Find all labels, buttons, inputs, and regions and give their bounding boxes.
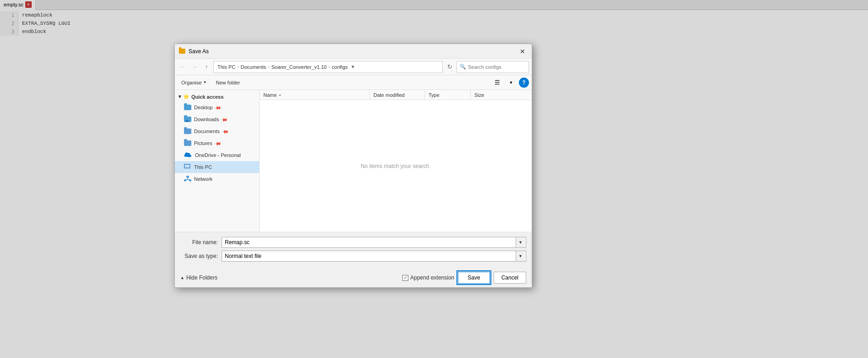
breadcrumb-item-0[interactable]: This PC — [217, 64, 236, 70]
downloads-pin-icon: 📌 — [221, 116, 228, 123]
file-name-combo: ▼ — [222, 237, 526, 248]
quick-access-arrow: ▾ — [178, 94, 181, 100]
search-icon: 🔍 — [460, 64, 466, 70]
checkbox-check-icon: ✓ — [404, 275, 407, 280]
dialog-title-icon — [178, 48, 186, 55]
dialog-footer: ▲ Hide Folders ✓ Append extension Save C… — [175, 269, 532, 287]
file-list-content: No items match your search. — [260, 100, 532, 232]
dialog-title: Save As — [189, 48, 517, 55]
organise-chevron-icon: ▼ — [203, 80, 207, 84]
append-extension-label: Append extension — [410, 274, 454, 281]
breadcrumb-sep-0: › — [237, 64, 239, 69]
breadcrumb-item-2[interactable]: Soarer_Converter_v1.10 — [270, 64, 327, 70]
append-extension-checkbox[interactable]: ✓ — [402, 275, 408, 281]
save-as-type-dropdown-arrow[interactable]: ▼ — [516, 251, 525, 261]
sidebar-item-onedrive[interactable]: OneDrive - Personal — [175, 149, 259, 161]
onedrive-label: OneDrive - Personal — [195, 152, 241, 158]
sidebar-item-downloads[interactable]: Downloads 📌 — [175, 113, 259, 125]
hide-folders-label: Hide Folders — [186, 274, 217, 281]
refresh-button[interactable]: ↻ — [445, 62, 455, 72]
column-header-date[interactable]: Date modified — [370, 90, 425, 100]
sidebar-item-this-pc[interactable]: This PC — [175, 161, 259, 173]
sidebar: ▾ ⭐ Quick access Desktop 📌 Downloads 📌 — [175, 90, 260, 232]
breadcrumb-dropdown[interactable]: ▼ — [351, 64, 355, 69]
breadcrumb-sep-2: › — [328, 64, 330, 69]
sort-arrow-icon: ▲ — [278, 93, 282, 97]
append-extension-area: ✓ Append extension — [402, 274, 454, 281]
footer-right: ✓ Append extension Save Cancel — [402, 272, 526, 284]
search-input[interactable] — [468, 64, 531, 70]
column-header-name[interactable]: Name ▲ — [260, 90, 370, 100]
dialog-form-area: File name: ▼ Save as type: ▼ — [175, 232, 532, 269]
new-folder-label: New folder — [216, 80, 240, 85]
this-pc-icon — [184, 164, 191, 170]
column-header-type[interactable]: Type — [425, 90, 471, 100]
pictures-folder-icon — [184, 140, 191, 146]
this-pc-label: This PC — [194, 164, 212, 170]
file-name-dropdown-arrow[interactable]: ▼ — [516, 237, 525, 247]
column-size-label: Size — [474, 92, 484, 98]
onedrive-cloud-icon — [184, 152, 192, 158]
desktop-folder-icon — [184, 105, 191, 110]
sidebar-item-desktop[interactable]: Desktop 📌 — [175, 101, 259, 113]
file-name-input[interactable] — [225, 239, 516, 246]
dialog-body: ▾ ⭐ Quick access Desktop 📌 Downloads 📌 — [175, 90, 532, 232]
no-items-message: No items match your search. — [361, 163, 431, 169]
file-list-header: Name ▲ Date modified Type Size — [260, 90, 532, 100]
save-as-type-row: Save as type: ▼ — [180, 251, 526, 262]
search-box: 🔍 — [456, 61, 529, 73]
sidebar-item-pictures[interactable]: Pictures 📌 — [175, 137, 259, 149]
documents-label: Documents — [194, 129, 220, 134]
dialog-address-bar: ← → ↑ This PC › Documents › Soarer_Conve… — [175, 59, 532, 75]
save-button[interactable]: Save — [458, 272, 490, 284]
documents-folder-icon — [184, 129, 191, 134]
desktop-label: Desktop — [194, 105, 212, 110]
sidebar-section-quick-access[interactable]: ▾ ⭐ Quick access — [175, 92, 259, 101]
save-as-type-input[interactable] — [225, 253, 516, 259]
breadcrumb-sep-1: › — [268, 64, 269, 69]
breadcrumb-bar: This PC › Documents › Soarer_Converter_v… — [213, 61, 443, 73]
save-as-type-label: Save as type: — [180, 253, 222, 259]
up-button[interactable]: ↑ — [201, 62, 211, 72]
hide-folders-button[interactable]: ▲ Hide Folders — [180, 274, 217, 281]
column-type-label: Type — [428, 92, 440, 98]
view-dropdown-button[interactable]: ▼ — [505, 77, 517, 88]
column-header-size[interactable]: Size — [471, 90, 532, 100]
file-list-area: Name ▲ Date modified Type Size No items … — [260, 90, 532, 232]
pictures-pin-icon: 📌 — [214, 140, 222, 147]
save-as-dialog: Save As ✕ ← → ↑ This PC › Documents › So… — [174, 44, 532, 288]
forward-button[interactable]: → — [189, 62, 200, 72]
organise-label: Organise — [181, 80, 202, 85]
organise-button[interactable]: Organise ▼ — [178, 77, 211, 88]
new-folder-button[interactable]: New folder — [212, 77, 244, 88]
quick-access-label: Quick access — [191, 94, 223, 100]
documents-pin-icon: 📌 — [222, 128, 229, 135]
folder-title-icon — [179, 49, 185, 54]
column-date-label: Date modified — [373, 92, 405, 98]
hide-folders-arrow-icon: ▲ — [180, 275, 184, 280]
network-icon — [184, 176, 191, 182]
column-name-label: Name — [263, 92, 277, 98]
quick-access-icon: ⭐ — [183, 94, 189, 100]
breadcrumb-item-1[interactable]: Documents — [239, 64, 267, 70]
back-button[interactable]: ← — [178, 62, 188, 72]
svg-rect-0 — [186, 176, 189, 178]
network-label: Network — [194, 176, 212, 182]
file-name-label: File name: — [180, 239, 222, 246]
dialog-toolbar: Organise ▼ New folder ☰ ▼ ? — [175, 75, 532, 90]
downloads-label: Downloads — [194, 117, 219, 122]
pictures-label: Pictures — [194, 140, 212, 146]
save-as-type-combo: ▼ — [222, 251, 526, 262]
view-button[interactable]: ☰ — [491, 77, 503, 88]
sidebar-item-documents[interactable]: Documents 📌 — [175, 125, 259, 137]
sidebar-item-network[interactable]: Network — [175, 173, 259, 185]
cancel-button[interactable]: Cancel — [494, 272, 526, 284]
dialog-close-button[interactable]: ✕ — [517, 46, 528, 57]
downloads-folder-icon — [184, 117, 191, 122]
file-name-row: File name: ▼ — [180, 237, 526, 248]
dialog-title-bar: Save As ✕ — [175, 44, 532, 59]
help-button[interactable]: ? — [519, 78, 529, 88]
desktop-pin-icon: 📌 — [214, 104, 222, 111]
breadcrumb-item-3[interactable]: configs — [331, 64, 349, 70]
